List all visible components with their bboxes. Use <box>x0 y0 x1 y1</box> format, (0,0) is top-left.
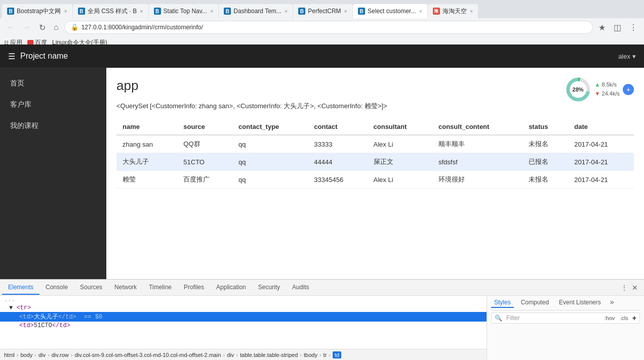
tab-4[interactable]: B Dashboard Tem... × <box>219 4 293 18</box>
col-source: source <box>177 119 232 135</box>
filter-row: 🔍 Filter :hov .cls + <box>491 312 640 324</box>
code-line-td-2[interactable]: <td>51CTO</td> <box>0 322 487 330</box>
tab-close-1[interactable]: × <box>64 8 67 14</box>
devtools-more-button[interactable]: ⋮ <box>621 284 628 292</box>
add-style-button[interactable]: + <box>632 314 636 322</box>
devtools-tab-audits[interactable]: Audits <box>286 281 315 295</box>
home-button[interactable]: ⌂ <box>51 22 61 33</box>
devtools-main: ... ▼ <tr> <td>大头儿子</td> == $0 <box>0 296 644 360</box>
devtools-tab-sources[interactable]: Sources <box>74 281 108 295</box>
speed-action-button[interactable]: + <box>623 84 634 95</box>
devtools-tab-network[interactable]: Network <box>108 281 143 295</box>
tab-3[interactable]: B Static Top Nav... × <box>149 4 219 18</box>
tab-close-5[interactable]: × <box>344 8 347 14</box>
tab-favicon-2: B <box>78 8 85 15</box>
browser-chrome: B Bootstrap中文网 × B 全局 CSS 样式 · B × B Sta… <box>0 0 644 44</box>
cell-contact-type-2: qq <box>232 171 308 189</box>
cell-consult-content-1: sfdsfsf <box>432 153 522 171</box>
bookmark-star[interactable]: ★ <box>596 22 608 33</box>
devtools-tab-console[interactable]: Console <box>39 281 74 295</box>
cell-contact-type-1: qq <box>232 153 308 171</box>
back-button[interactable]: ← <box>4 22 17 33</box>
nav-bar: ← → ↻ ⌂ 🔓 127.0.0.1:8000/kingadmin//crm/… <box>0 18 644 36</box>
panel-tabs: Styles Computed Event Listeners » <box>491 298 640 310</box>
extensions-button[interactable]: ◫ <box>611 22 624 33</box>
breadcrumb-div2[interactable]: div <box>227 352 234 358</box>
devtools-tab-application[interactable]: Application <box>210 281 252 295</box>
selected-indicator: == $0 <box>84 313 102 321</box>
col-consultant: consultant <box>368 119 432 135</box>
cell-consult-content-2: 环境很好 <box>432 171 522 189</box>
filter-hov[interactable]: :hov <box>605 315 615 321</box>
cell-name-0: zhang san <box>116 135 177 153</box>
reload-button[interactable]: ↻ <box>36 22 48 33</box>
breadcrumb-div[interactable]: div <box>38 352 46 358</box>
breadcrumb-html[interactable]: html <box>4 352 15 358</box>
upload-speed: ▲ 8.5k/s <box>595 80 620 89</box>
devtools-tab-profiles[interactable]: Profiles <box>178 281 210 295</box>
breadcrumb-div-row[interactable]: div.row <box>52 352 69 358</box>
address-bar[interactable]: 🔓 127.0.0.1:8000/kingadmin//crm/customer… <box>64 21 593 34</box>
breadcrumb-table[interactable]: table.table.table-striped <box>240 352 298 358</box>
panel-tabs-more[interactable]: » <box>610 298 614 308</box>
tab-label-7: 海淘天空 <box>442 7 467 16</box>
tab-favicon-7: 海 <box>433 8 440 15</box>
top-nav-right: alex ▾ <box>618 53 636 60</box>
filter-cls[interactable]: .cls <box>620 315 628 321</box>
cell-contact-2: 33345456 <box>308 171 367 189</box>
devtools-code-content: ... ▼ <tr> <td>大头儿子</td> == $0 <box>0 296 487 349</box>
breadcrumb-active-td[interactable]: td <box>333 351 341 358</box>
donut-chart: 28% <box>565 76 592 103</box>
tab-label-1: Bootstrap中文网 <box>17 7 61 16</box>
table-body: zhang san QQ群 qq 33333 Alex Li 顺丰顺丰 未报名 … <box>116 135 634 189</box>
customer-table: name source contact_type contact consult… <box>116 119 634 189</box>
breadcrumb-tr[interactable]: tr <box>324 352 327 358</box>
username[interactable]: alex <box>618 53 630 60</box>
devtools-code-area: ... ▼ <tr> <td>大头儿子</td> == $0 <box>0 296 487 360</box>
content-wrapper: 首页 客户库 我的课程 app <QuerySet [<CustomerInfo… <box>0 68 644 360</box>
breadcrumb-bar: html › body › div › div.row › div.col-sm… <box>0 349 487 360</box>
menu-button[interactable]: ⋮ <box>627 22 640 33</box>
devtools-close-button[interactable]: ✕ <box>632 284 638 292</box>
speed-widget: 28% ▲ 8.5k/s ▼ 24.4k/s + <box>565 76 634 103</box>
breadcrumb-body[interactable]: body <box>20 352 32 358</box>
devtools-tab-security[interactable]: Security <box>252 281 286 295</box>
panel-tab-event-listeners[interactable]: Event Listeners <box>556 298 604 308</box>
filter-placeholder[interactable]: Filter <box>506 314 600 322</box>
table-row[interactable]: 大头儿子 51CTO qq 44444 屎正文 sfdsfsf 已报名 2017… <box>116 153 634 171</box>
tab-close-6[interactable]: × <box>419 8 422 14</box>
tab-2[interactable]: B 全局 CSS 样式 · B × <box>73 4 148 18</box>
tab-favicon-5: B <box>298 8 305 15</box>
speed-info: ▲ 8.5k/s ▼ 24.4k/s <box>595 80 620 98</box>
sidebar-item-customers[interactable]: 客户库 <box>0 94 106 115</box>
tab-close-4[interactable]: × <box>285 8 288 14</box>
code-line-1: ... <box>0 296 487 304</box>
table-row[interactable]: zhang san QQ群 qq 33333 Alex Li 顺丰顺丰 未报名 … <box>116 135 634 153</box>
tab-5[interactable]: B PerfectCRM × <box>293 4 352 18</box>
tab-7[interactable]: 海 海淘天空 × <box>428 4 478 18</box>
devtools-tab-timeline[interactable]: Timeline <box>143 281 178 295</box>
code-line-td-selected[interactable]: <td>大头儿子</td> == $0 <box>0 312 487 322</box>
breadcrumb-main-col[interactable]: div.col-sm-9.col-sm-offset-3.col-md-10.c… <box>74 352 221 358</box>
tab-6[interactable]: B Select customer... × <box>353 4 427 18</box>
tab-1[interactable]: B Bootstrap中文网 × <box>2 4 72 18</box>
sidebar-item-home[interactable]: 首页 <box>0 73 106 94</box>
menu-icon[interactable]: ☰ <box>8 52 15 61</box>
user-chevron[interactable]: ▾ <box>632 53 636 60</box>
cell-contact-type-0: qq <box>232 135 308 153</box>
tab-close-3[interactable]: × <box>210 8 213 14</box>
forward-button[interactable]: → <box>20 22 33 33</box>
tab-close-2[interactable]: × <box>140 8 143 14</box>
devtools: Elements Console Sources Network Timelin… <box>0 279 644 360</box>
panel-tab-computed[interactable]: Computed <box>518 298 552 308</box>
tab-close-7[interactable]: × <box>470 8 473 14</box>
breadcrumb-tbody[interactable]: tbody <box>304 352 317 358</box>
col-contact-type: contact_type <box>232 119 308 135</box>
panel-tab-styles[interactable]: Styles <box>491 298 514 308</box>
table-row[interactable]: 赖莹 百度推广 qq 33345456 Alex Li 环境很好 未报名 201… <box>116 171 634 189</box>
address-text: 127.0.0.1:8000/kingadmin//crm/customerin… <box>82 24 586 31</box>
devtools-tab-elements[interactable]: Elements <box>2 281 39 295</box>
col-contact: contact <box>308 119 367 135</box>
code-line-tr[interactable]: ▼ <tr> <box>0 304 487 312</box>
sidebar-item-courses[interactable]: 我的课程 <box>0 115 106 137</box>
